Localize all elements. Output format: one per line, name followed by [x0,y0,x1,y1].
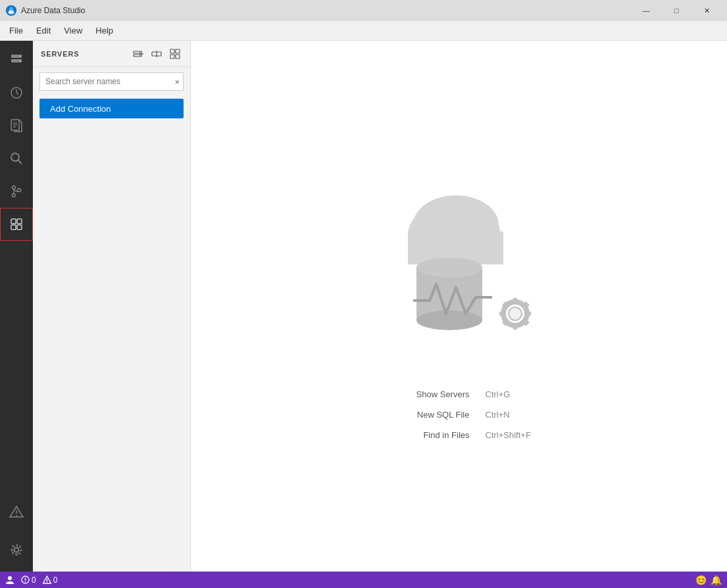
app-body: SERVERS [0,41,727,572]
svg-rect-20 [11,225,16,230]
find-files-label: Find in Files [374,430,470,440]
svg-rect-49 [513,298,517,303]
smiley-icon[interactable]: 😊 [695,575,707,585]
svg-point-14 [13,186,16,189]
warning-count: 0 [53,576,58,585]
shortcut-find-files: Find in Files Ctrl+Shift+F [374,430,545,440]
settings-icon [9,543,24,557]
collapse-all-btn[interactable] [168,47,182,61]
menu-bar: File Edit View Help [0,21,727,41]
menu-view[interactable]: View [57,23,89,38]
illustration [354,172,564,363]
add-server-group-icon [151,49,162,59]
menu-help[interactable]: Help [89,23,120,38]
activity-item-search[interactable] [0,142,33,175]
svg-line-13 [18,160,22,164]
svg-rect-37 [176,55,180,59]
activity-item-settings[interactable] [0,533,33,566]
new-connection-icon [133,49,143,59]
show-servers-label: Show Servers [374,389,470,399]
minimize-button[interactable]: — [631,0,661,21]
extensions-icon [9,217,24,232]
svg-rect-35 [176,49,180,53]
new-query-icon [10,118,23,133]
history-icon [9,86,24,100]
shortcut-show-servers: Show Servers Ctrl+G [374,389,545,399]
svg-rect-21 [17,225,22,230]
svg-rect-50 [513,324,517,330]
add-connection-button[interactable]: Add Connection [39,99,184,118]
svg-point-15 [13,194,16,197]
svg-point-57 [8,576,12,580]
menu-edit[interactable]: Edit [30,23,57,38]
search-clear-icon[interactable]: × [174,78,180,86]
sidebar: SERVERS [33,41,191,572]
title-bar: Azure Data Studio — □ ✕ [0,0,727,21]
status-errors[interactable]: 0 [21,576,36,585]
svg-point-1 [9,11,14,14]
activity-item-extensions[interactable] [0,208,33,241]
shortcut-new-sql: New SQL File Ctrl+N [374,410,545,420]
sidebar-header: SERVERS [33,41,190,67]
status-right: 😊 🔔 [695,575,722,585]
svg-point-6 [20,60,21,61]
search-icon [9,151,24,166]
main-content: Show Servers Ctrl+G New SQL File Ctrl+N … [191,41,727,572]
bell-icon[interactable]: 🔔 [711,575,722,585]
svg-point-24 [16,515,17,516]
maximize-button[interactable]: □ [661,0,691,21]
welcome-illustration [354,172,564,363]
source-control-icon [9,184,24,199]
shortcuts-list: Show Servers Ctrl+G New SQL File Ctrl+N … [374,389,545,440]
new-sql-label: New SQL File [374,410,470,420]
error-count: 0 [32,576,36,585]
show-servers-key: Ctrl+G [486,389,545,399]
svg-point-44 [416,310,482,330]
add-server-group-btn[interactable] [149,47,164,61]
svg-point-60 [25,581,26,583]
svg-point-5 [20,55,21,57]
new-sql-key: Ctrl+N [486,410,545,420]
activity-bar [0,41,33,572]
sidebar-actions [131,47,182,61]
warning-icon [43,576,51,584]
svg-rect-36 [170,55,174,59]
svg-point-45 [416,258,482,278]
activity-item-history[interactable] [0,76,33,109]
window-controls: — □ ✕ [631,0,722,21]
svg-point-26 [14,548,19,552]
app-icon [5,5,17,16]
search-input[interactable] [39,72,184,91]
error-icon [21,576,30,584]
svg-rect-34 [170,49,174,53]
svg-rect-18 [11,219,16,224]
servers-icon [9,53,24,67]
status-left: 0 0 [5,576,695,585]
svg-point-12 [11,153,19,161]
search-box: × [39,72,184,91]
activity-item-new-query[interactable] [0,109,33,142]
svg-rect-52 [526,312,531,316]
status-user-icon[interactable] [5,576,14,585]
menu-file[interactable]: File [3,23,30,38]
svg-rect-19 [17,219,22,224]
svg-rect-28 [134,51,140,53]
activity-item-servers[interactable] [0,43,33,76]
svg-point-2 [9,7,13,11]
activity-item-source-control[interactable] [0,175,33,208]
new-connection-icon-btn[interactable] [131,47,145,61]
sidebar-title: SERVERS [41,50,131,58]
svg-point-63 [46,582,47,583]
status-bar: 0 0 😊 🔔 [0,572,727,588]
svg-rect-29 [134,55,140,57]
find-files-key: Ctrl+Shift+F [486,430,545,440]
close-button[interactable]: ✕ [691,0,722,21]
status-warnings[interactable]: 0 [43,576,58,585]
activity-item-notifications[interactable] [0,495,33,528]
svg-rect-51 [499,312,505,316]
app-title: Azure Data Studio [21,6,631,15]
notifications-icon [9,504,24,519]
collapse-all-icon [170,49,180,59]
